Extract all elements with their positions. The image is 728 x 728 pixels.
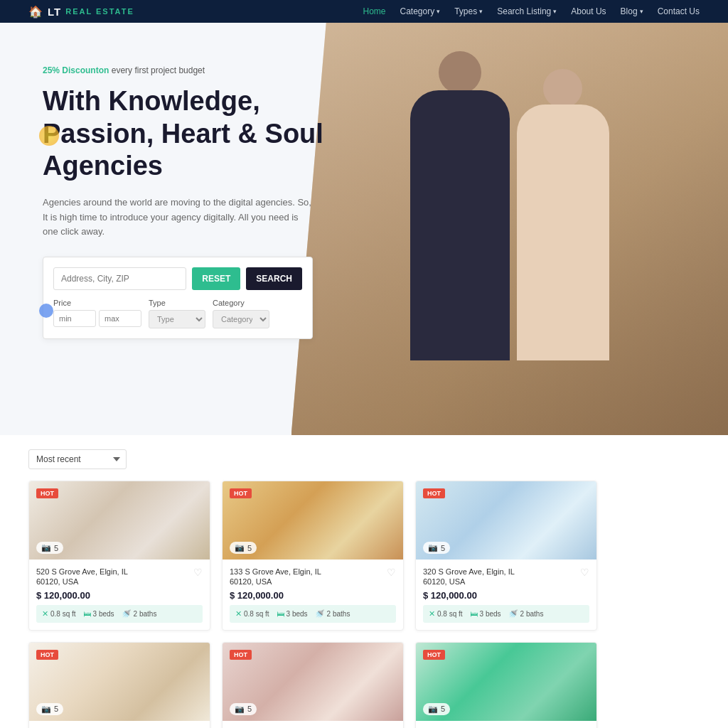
listing-card: HOT 📷 5 320 S Grove Ave, Elgin, IL 60120… [415, 481, 597, 631]
card-viewers: 📷 5 [230, 703, 257, 715]
nav-link-home[interactable]: Home [363, 6, 385, 16]
baths-value: 2 baths [327, 610, 350, 618]
search-input[interactable] [53, 267, 186, 290]
search-button[interactable]: SEARCH [246, 267, 302, 290]
listings-grid: HOT 📷 5 520 S Grove Ave, Elgin, IL 60120… [28, 481, 597, 728]
chevron-down-icon: ▾ [553, 8, 557, 15]
logo-brand: REAL ESTATE [65, 7, 134, 16]
navbar: 🏠 LT REAL ESTATE HomeCategory▾Types▾Sear… [0, 0, 728, 23]
hot-badge: HOT [423, 488, 445, 498]
baths-feature: 🚿 2 baths [508, 609, 544, 619]
bed-icon: 🛏 [470, 609, 478, 618]
chevron-down-icon: ▾ [437, 8, 440, 15]
card-body: Prairie Trail, Crystal Lake, IL 60014, ♡… [416, 721, 596, 728]
beds-value: 3 beds [287, 610, 308, 618]
dot-blue-decoration [39, 304, 53, 318]
card-image: HOT 📷 5 [416, 643, 596, 721]
card-features: ✕ 0.8 sq ft 🛏 3 beds 🚿 2 baths [230, 605, 396, 623]
search-box: RESET SEARCH Price Type Type [43, 257, 313, 339]
camera-icon: 📷 [428, 543, 438, 552]
listing-card: HOT 📷 5 133 S Grove Ave, Elgin, IL 60120… [222, 481, 404, 631]
bath-icon: 🚿 [122, 609, 132, 619]
beds-value: 3 beds [480, 610, 501, 618]
viewer-count: 5 [441, 544, 445, 552]
nav-link-category[interactable]: Category▾ [400, 6, 440, 16]
price-label: Price [53, 299, 141, 307]
sqft-feature: ✕ 0.8 sq ft [429, 609, 463, 619]
type-select[interactable]: Type [149, 310, 205, 328]
card-price: $ 120,000.00 [423, 590, 589, 601]
viewer-count: 5 [247, 544, 252, 552]
card-price: $ 120,000.00 [230, 590, 396, 601]
baths-value: 2 baths [520, 610, 544, 618]
listing-card: HOT 📷 5 420 S Grove Ave, Elgin, IL 60120… [28, 642, 210, 728]
listing-card: HOT 📷 5 Prairie Trail, Crystal Lake, IL … [415, 642, 597, 728]
hero-content: 25% Discounton every first project budge… [0, 23, 370, 368]
logo[interactable]: 🏠 LT REAL ESTATE [28, 5, 134, 18]
dot-yellow-decoration [39, 126, 59, 146]
card-features: ✕ 0.8 sq ft 🛏 3 beds 🚿 2 baths [423, 605, 589, 623]
price-min-input[interactable] [53, 310, 96, 327]
nav-links: HomeCategory▾Types▾Search Listing▾About … [363, 6, 700, 16]
heart-icon[interactable]: ♡ [193, 567, 203, 578]
card-address: 320 S Grove Ave, Elgin, IL 60120, USA [423, 567, 523, 587]
bed-icon: 🛏 [83, 609, 91, 618]
card-address: 520 S Grove Ave, Elgin, IL 60120, USA [36, 567, 136, 587]
discount-highlight: 25% Discounton [43, 65, 109, 75]
viewer-count: 5 [54, 705, 58, 713]
sqft-feature: ✕ 0.8 sq ft [235, 609, 269, 619]
card-image: HOT 📷 5 [223, 643, 403, 721]
hot-badge: HOT [423, 650, 445, 660]
card-body: 133 S Grove Ave, Elgin, IL 60120, USA ♡ … [223, 560, 403, 630]
camera-icon: 📷 [428, 705, 438, 714]
category-select[interactable]: Category [213, 310, 269, 328]
type-filter: Type Type [149, 299, 205, 328]
viewer-count: 5 [247, 705, 252, 713]
card-viewers: 📷 5 [36, 703, 63, 715]
discount-suffix: every first project budget [112, 65, 205, 75]
category-filter: Category Category [213, 299, 269, 328]
heart-icon[interactable]: ♡ [580, 567, 589, 578]
card-address: 133 S Grove Ave, Elgin, IL 60120, USA [230, 567, 329, 587]
size-icon: ✕ [429, 609, 435, 619]
card-body: 520 S Grove Ave, Elgin, IL 60120, USA ♡ … [29, 560, 210, 630]
chevron-down-icon: ▾ [479, 8, 483, 15]
beds-feature: 🛏 3 beds [470, 609, 501, 618]
listing-card: HOT 📷 5 520 S Grove Ave, Elgin, IL 60120… [28, 481, 210, 631]
heart-icon[interactable]: ♡ [387, 567, 396, 578]
card-address-row: 133 S Grove Ave, Elgin, IL 60120, USA ♡ [230, 567, 396, 587]
beds-feature: 🛏 3 beds [277, 609, 308, 618]
price-max-input[interactable] [99, 310, 141, 327]
camera-icon: 📷 [235, 543, 245, 552]
reset-button[interactable]: RESET [192, 267, 240, 290]
card-body: 320 S Grove Ave, Elgin, IL 60120, USA ♡ … [416, 560, 596, 630]
nav-link-about-us[interactable]: About Us [571, 6, 606, 16]
search-row: RESET SEARCH [53, 267, 302, 290]
hero-section: 25% Discounton every first project budge… [0, 23, 728, 435]
sqft-value: 0.8 sq ft [244, 610, 269, 618]
hot-badge: HOT [230, 650, 252, 660]
nav-link-contact-us[interactable]: Contact Us [658, 6, 700, 16]
camera-icon: 📷 [235, 705, 245, 714]
card-image: HOT 📷 5 [29, 643, 210, 721]
sort-select[interactable]: Most recentPrice: Low to HighPrice: High… [28, 449, 127, 469]
card-features: ✕ 0.8 sq ft 🛏 3 beds 🚿 2 baths [36, 605, 203, 623]
card-image: HOT 📷 5 [223, 481, 403, 560]
nav-link-search-listing[interactable]: Search Listing▾ [497, 6, 557, 16]
beds-value: 3 beds [93, 610, 114, 618]
card-body: 420 S Grove Ave, Elgin, IL 60120, ♡ $ 12… [29, 721, 210, 728]
category-label: Category [213, 299, 269, 307]
bath-icon: 🚿 [315, 609, 325, 619]
price-filter: Price [53, 299, 141, 328]
beds-feature: 🛏 3 beds [83, 609, 114, 618]
nav-link-types[interactable]: Types▾ [454, 6, 483, 16]
bed-icon: 🛏 [277, 609, 284, 618]
house-icon: 🏠 [28, 5, 43, 18]
listings-header: Most recentPrice: Low to HighPrice: High… [28, 449, 700, 469]
viewer-count: 5 [54, 544, 58, 552]
sqft-feature: ✕ 0.8 sq ft [42, 609, 76, 619]
card-viewers: 📷 5 [423, 703, 450, 715]
nav-link-blog[interactable]: Blog▾ [621, 6, 643, 16]
filter-row: Price Type Type Category Category [53, 299, 302, 328]
card-address-row: 320 S Grove Ave, Elgin, IL 60120, USA ♡ [423, 567, 589, 587]
